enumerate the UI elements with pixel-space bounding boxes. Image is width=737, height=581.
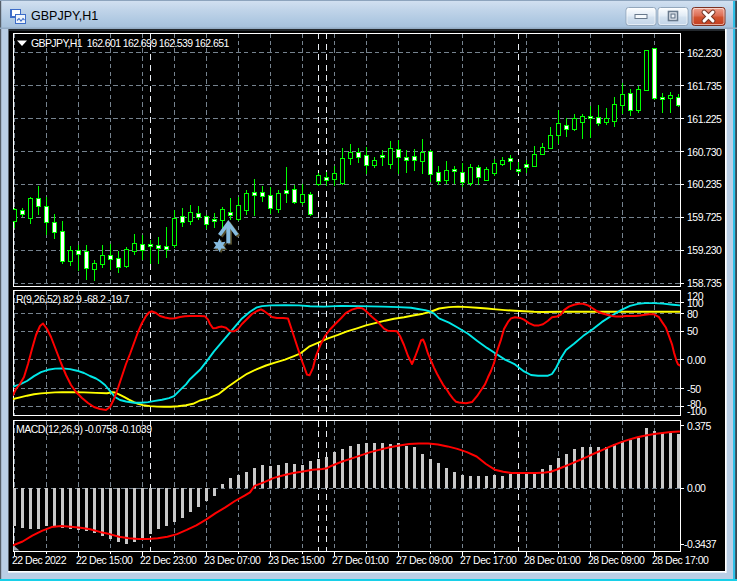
svg-text:50: 50 (687, 325, 698, 337)
svg-text:27 Dec 09:00: 27 Dec 09:00 (396, 554, 453, 566)
svg-text:28 Dec 09:00: 28 Dec 09:00 (588, 554, 645, 566)
svg-text:158.735: 158.735 (687, 277, 722, 289)
svg-text:161.735: 161.735 (687, 80, 722, 92)
svg-text:22 Dec 23:00: 22 Dec 23:00 (140, 554, 197, 566)
svg-text:R(9,26,52) 82.9 -68.2 -19.7: R(9,26,52) 82.9 -68.2 -19.7 (16, 293, 130, 305)
svg-text:100: 100 (687, 297, 704, 309)
svg-text:-50: -50 (687, 383, 701, 395)
svg-text:GBPJPY,H1 162.601 162.699 162: GBPJPY,H1 162.601 162.699 162.539 162.65… (31, 37, 229, 49)
svg-text:27 Dec 17:00: 27 Dec 17:00 (460, 554, 517, 566)
svg-text:23 Dec 15:00: 23 Dec 15:00 (268, 554, 325, 566)
svg-text:22 Dec 15:00: 22 Dec 15:00 (76, 554, 133, 566)
svg-text:0.00: 0.00 (687, 354, 706, 366)
svg-text:0.00: 0.00 (687, 482, 706, 494)
svg-text:27 Dec 01:00: 27 Dec 01:00 (332, 554, 389, 566)
svg-text:160.235: 160.235 (687, 178, 722, 190)
svg-text:28 Dec 17:00: 28 Dec 17:00 (652, 554, 709, 566)
svg-text:MACD(12,26,9) -0.0758 -0.1039: MACD(12,26,9) -0.0758 -0.1039 (16, 423, 152, 435)
svg-text:0.375: 0.375 (687, 420, 711, 432)
svg-text:GBPJPY,H1: GBPJPY,H1 (31, 9, 98, 23)
svg-text:28 Dec 01:00: 28 Dec 01:00 (524, 554, 581, 566)
svg-text:-100: -100 (687, 405, 707, 417)
svg-text:22 Dec 2022: 22 Dec 2022 (12, 554, 67, 566)
svg-text:159.725: 159.725 (687, 211, 722, 223)
svg-text:23 Dec 07:00: 23 Dec 07:00 (204, 554, 261, 566)
svg-text:159.230: 159.230 (687, 244, 722, 256)
svg-text:-0.3437: -0.3437 (684, 538, 717, 550)
svg-text:160.730: 160.730 (687, 146, 722, 158)
svg-text:80: 80 (687, 308, 698, 320)
svg-text:162.230: 162.230 (687, 47, 722, 59)
svg-text:161.225: 161.225 (687, 113, 722, 125)
